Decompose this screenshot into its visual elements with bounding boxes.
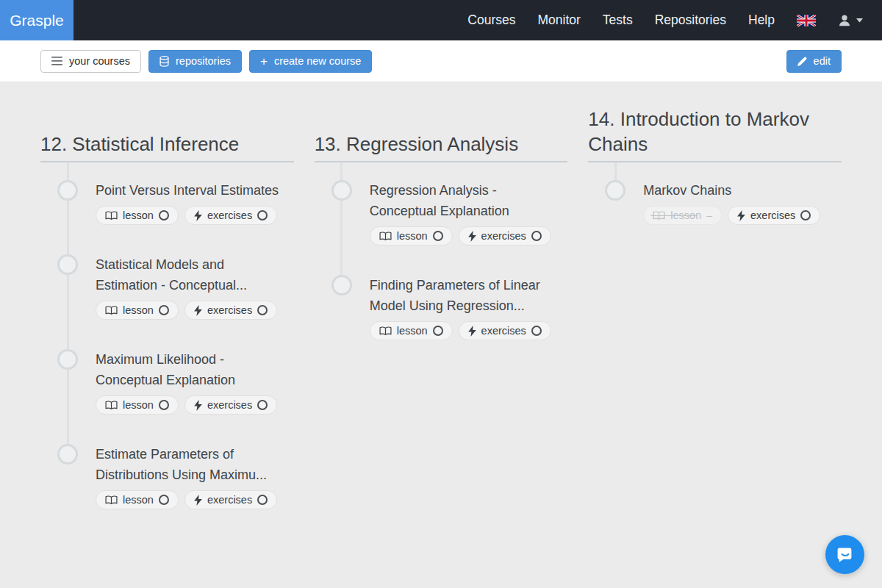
user-icon [838,14,851,27]
exercises-label: exercises [750,209,795,221]
topic-item: Regression Analysis - Conceptual Explana… [315,180,568,245]
lesson-status-circle [159,305,169,315]
edit-button[interactable]: edit [786,50,842,73]
repositories-button[interactable]: repositories [148,50,242,73]
bolt-icon [468,326,476,337]
pencil-icon [797,57,807,66]
exercises-badge[interactable]: exercises [184,206,277,225]
lesson-badge[interactable]: lesson – [96,206,179,225]
exercises-badge[interactable]: exercises [728,206,820,225]
lesson-status-circle [433,326,443,336]
topic-title[interactable]: Markov Chains [643,180,842,201]
chapter-column: 13. Regression Analysis Regression Analy… [315,107,568,509]
chapter-timeline: Markov Chains lesson – exercises [588,180,842,225]
nav-item-tests[interactable]: Tests [603,12,633,28]
exercises-status-circle [257,305,268,315]
timeline-node-icon [57,444,78,465]
topic-item: Point Versus Interval Estimates lesson –… [40,180,294,225]
exercises-status-circle [531,326,542,336]
lesson-badge[interactable]: lesson – [370,321,453,340]
topic-badges: lesson – exercises [96,206,294,225]
exercises-status-circle [257,495,268,505]
create-new-course-button[interactable]: + create new course [249,50,372,73]
lesson-status-circle [159,400,169,410]
lesson-badge[interactable]: lesson – [96,490,179,509]
topic-title[interactable]: Regression Analysis - Conceptual Explana… [370,180,568,221]
lesson-badge[interactable]: lesson – [643,206,722,225]
timeline-node-icon [57,254,78,275]
book-icon [653,211,665,220]
nav-item-help[interactable]: Help [748,12,775,28]
repositories-label: repositories [176,55,231,67]
exercises-status-circle [531,231,542,241]
database-icon [159,56,169,67]
chapter-timeline: Regression Analysis - Conceptual Explana… [315,180,568,340]
exercises-label: exercises [481,230,526,242]
topic-badges: lesson – exercises [370,226,568,245]
exercises-status-circle [800,210,811,220]
exercises-badge[interactable]: exercises [184,395,277,415]
bolt-icon [194,305,202,316]
lesson-label: lesson [670,209,701,221]
exercises-badge[interactable]: exercises [459,321,551,340]
exercises-badge[interactable]: exercises [459,226,551,245]
lesson-badge[interactable]: lesson – [96,301,179,320]
chevron-down-icon [856,18,863,23]
chat-bubble-icon [835,545,856,565]
exercises-label: exercises [481,325,526,337]
bolt-icon [468,231,476,242]
topic-title[interactable]: Maximum Likelihood - Conceptual Explanat… [96,349,294,390]
chat-launcher-button[interactable] [825,535,864,574]
timeline-node-icon [331,180,352,201]
lesson-disabled-dash: – [706,209,712,221]
timeline-node-icon [331,275,352,295]
grasple-logo[interactable]: Grasple [0,0,74,40]
columns: 12. Statistical Inference Point Versus I… [40,107,842,509]
language-flag-uk-icon[interactable] [797,15,816,26]
exercises-status-circle [257,400,268,410]
timeline-node-icon [57,180,78,201]
topic-badges: lesson – exercises [96,301,294,320]
topic-title[interactable]: Statistical Models and Estimation - Conc… [96,254,294,295]
lesson-status-circle [433,231,443,241]
topic-badges: lesson – exercises [96,395,294,415]
nav-item-monitor[interactable]: Monitor [538,12,581,28]
lesson-status-circle [159,495,169,505]
nav-item-repositories[interactable]: Repositories [655,12,726,28]
exercises-label: exercises [207,494,252,506]
chapter-column: 14. Introduction to Markov Chains Markov… [588,107,842,509]
exercises-label: exercises [207,209,252,221]
topic-badges: lesson – exercises [96,490,294,509]
your-courses-button[interactable]: your courses [40,50,141,73]
hamburger-icon [51,57,62,65]
topic-item: Markov Chains lesson – exercises [588,180,842,225]
topic-item: Estimate Parameters of Distributions Usi… [40,444,294,509]
course-toolbar: your courses repositories + create new c… [0,40,882,82]
bolt-icon [194,210,202,221]
exercises-badge[interactable]: exercises [184,490,277,509]
chapter-timeline: Point Versus Interval Estimates lesson –… [40,180,294,509]
lesson-badge[interactable]: lesson – [370,226,453,245]
topic-item: Finding Parameters of Linear Model Using… [315,275,568,340]
bolt-icon [194,400,202,411]
your-courses-label: your courses [69,55,130,67]
topic-badges: lesson – exercises [370,321,568,340]
lesson-label: lesson [123,494,154,506]
book-icon [105,211,118,220]
nav-item-courses[interactable]: Courses [467,12,515,28]
book-icon [379,232,392,241]
topic-badges: lesson – exercises [643,206,842,225]
lesson-badge[interactable]: lesson – [96,395,179,415]
lesson-label: lesson [123,209,154,221]
topic-title[interactable]: Finding Parameters of Linear Model Using… [370,275,568,316]
chapter-title: 13. Regression Analysis [315,107,568,162]
user-menu[interactable] [838,14,863,27]
chapter-title: 14. Introduction to Markov Chains [588,107,842,162]
book-icon [105,401,118,410]
topic-title[interactable]: Point Versus Interval Estimates [96,180,294,201]
exercises-badge[interactable]: exercises [184,301,277,320]
exercises-label: exercises [207,399,252,411]
bolt-icon [737,210,745,221]
topic-title[interactable]: Estimate Parameters of Distributions Usi… [96,444,294,485]
lesson-label: lesson [123,304,154,316]
